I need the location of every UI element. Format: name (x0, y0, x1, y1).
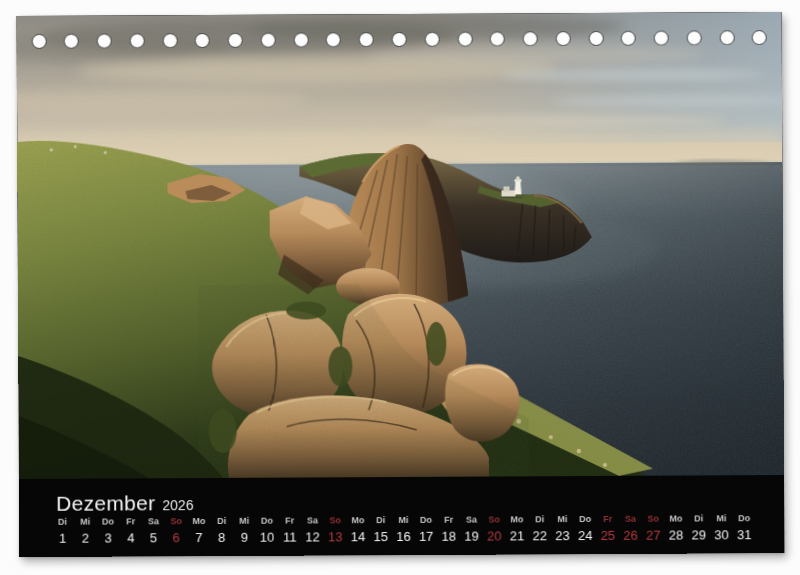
weekday-label: Fr (126, 516, 135, 527)
day-cell: Do 31 (733, 513, 756, 542)
date-number: 25 (601, 528, 616, 543)
weekday-label: Sa (625, 514, 636, 525)
year-label: 2026 (162, 497, 193, 513)
landscape-photo (17, 12, 784, 479)
white-backdrop: Dezember2026 Di 1 Mi 2 Do 3 Fr 4 Sa 5 So… (0, 0, 800, 575)
day-cell: Do 24 (574, 514, 597, 543)
binder-hole (687, 30, 702, 45)
date-number: 15 (373, 529, 388, 544)
weekday-label: Do (261, 516, 273, 527)
day-cell: So 20 (483, 514, 506, 543)
weekday-label: Do (738, 513, 750, 524)
calendar-page: Dezember2026 Di 1 Mi 2 Do 3 Fr 4 Sa 5 So… (17, 12, 785, 557)
date-number: 3 (104, 531, 111, 546)
day-cell: Fr 4 (119, 516, 142, 545)
weekday-label: Mo (192, 516, 205, 527)
calendar-strip: Dezember2026 Di 1 Mi 2 Do 3 Fr 4 Sa 5 So… (19, 475, 784, 557)
date-number: 26 (623, 528, 638, 543)
day-cell: Mi 2 (74, 517, 97, 546)
weekday-label: Mi (716, 513, 726, 524)
date-number: 2 (82, 531, 89, 546)
date-number: 29 (692, 527, 707, 542)
day-cell: Do 17 (415, 515, 438, 544)
date-number: 11 (283, 530, 297, 545)
weekday-label: Sa (466, 515, 477, 526)
date-number: 10 (260, 530, 275, 545)
binder-hole (326, 32, 341, 47)
weekday-label: So (170, 516, 182, 527)
binder-hole (621, 30, 636, 45)
day-cell: Di 1 (51, 517, 74, 546)
date-number: 14 (351, 529, 366, 544)
weekday-label: Mi (239, 516, 249, 527)
day-cell: Di 15 (369, 515, 392, 544)
day-cell: Sa 19 (460, 515, 483, 544)
day-cell: Di 22 (528, 514, 551, 543)
day-cell: Fr 18 (437, 515, 460, 544)
weekday-label: Do (579, 514, 591, 525)
date-number: 19 (464, 529, 479, 544)
binder-hole (752, 30, 767, 45)
day-cell: Mi 9 (233, 516, 256, 545)
weekday-label: Do (420, 515, 432, 526)
date-number: 9 (241, 530, 248, 545)
binder-hole (719, 30, 734, 45)
weekday-label: So (488, 514, 500, 525)
binder-hole (359, 32, 374, 47)
binder-hole (293, 32, 308, 47)
date-number: 6 (173, 530, 180, 545)
day-cell: So 13 (324, 515, 347, 544)
date-number: 4 (127, 530, 134, 545)
weekday-label: Mi (557, 514, 567, 525)
binder-hole (588, 30, 603, 45)
weekday-label: Sa (148, 516, 159, 527)
binder-hole (523, 31, 538, 46)
day-cell: So 27 (642, 514, 665, 543)
weekday-label: Di (376, 515, 385, 526)
weekday-label: Fr (285, 516, 294, 527)
binder-hole (97, 33, 112, 48)
weekday-label: Di (535, 514, 544, 525)
date-number: 13 (328, 529, 343, 544)
weekday-label: Mo (351, 515, 364, 526)
binder-hole (555, 31, 570, 46)
weekday-label: Di (694, 513, 703, 524)
date-number: 27 (646, 528, 661, 543)
day-cell: Mi 23 (551, 514, 574, 543)
date-number: 28 (669, 528, 684, 543)
day-cell: Mo 28 (665, 514, 688, 543)
day-cell: Mo 7 (188, 516, 211, 545)
date-number: 18 (442, 529, 457, 544)
binder-hole (392, 31, 407, 46)
day-cell: Mi 16 (392, 515, 415, 544)
weekday-label: Di (58, 517, 67, 528)
day-cell: Mo 21 (506, 514, 529, 543)
weekday-label: Do (102, 517, 114, 528)
day-cell: Mo 14 (347, 515, 370, 544)
days-row: Di 1 Mi 2 Do 3 Fr 4 Sa 5 So 6 Mo 7 Di 8 … (19, 513, 784, 546)
date-number: 7 (195, 530, 202, 545)
date-number: 1 (59, 531, 66, 546)
binder-hole (162, 33, 177, 48)
day-cell: Fr 25 (596, 514, 619, 543)
date-number: 5 (150, 530, 157, 545)
date-number: 16 (396, 529, 411, 544)
binder-hole (31, 33, 46, 48)
day-cell: Sa 5 (142, 516, 165, 545)
weekday-label: Sa (307, 515, 318, 526)
day-cell: Sa 26 (619, 514, 642, 543)
binder-hole (228, 32, 243, 47)
day-cell: Mi 30 (710, 513, 733, 542)
date-number: 21 (510, 528, 525, 543)
binder-hole (64, 33, 79, 48)
weekday-label: So (329, 515, 341, 526)
date-number: 24 (578, 528, 593, 543)
day-cell: Sa 12 (301, 515, 324, 544)
day-cell: Di 29 (687, 513, 710, 542)
binder-hole (129, 33, 144, 48)
binder-hole (261, 32, 276, 47)
month-label: Dezember (56, 491, 155, 515)
date-number: 31 (737, 527, 752, 542)
day-cell: Di 8 (210, 516, 233, 545)
binder-hole (654, 30, 669, 45)
